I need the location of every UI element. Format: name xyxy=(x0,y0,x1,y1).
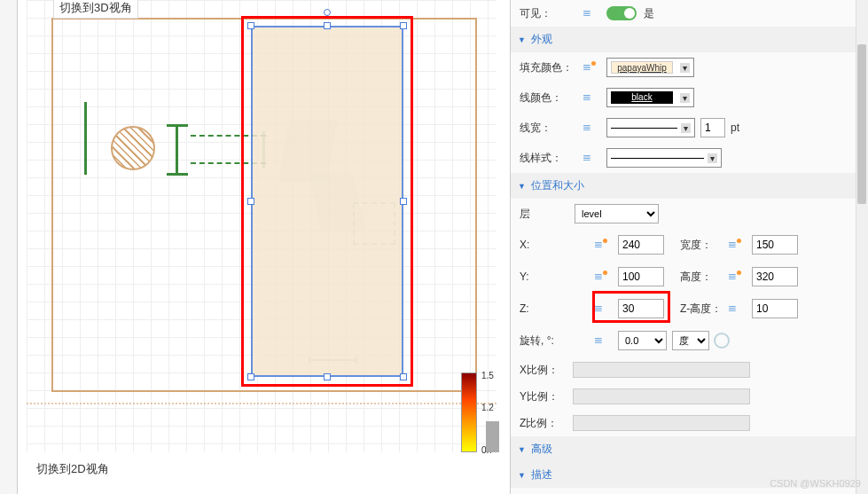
rotate-handle[interactable] xyxy=(324,9,331,16)
line-style-dropdown[interactable] xyxy=(606,148,722,168)
visible-value: 是 xyxy=(644,6,654,21)
canvas-area: 切换到3D视角 切换到2D视角 1.5 1.2 0.7 xyxy=(0,0,505,494)
section-appearance[interactable]: 外观 xyxy=(511,27,868,52)
line-width-style-dropdown[interactable] xyxy=(606,118,695,137)
z-row: Z: Z-高度： xyxy=(511,293,868,325)
x-row: X: 宽度： xyxy=(511,229,868,261)
visible-label: 可见： xyxy=(520,6,583,21)
resize-handle-s[interactable] xyxy=(324,373,331,380)
rotate-icon[interactable] xyxy=(714,333,730,349)
resize-handle-n[interactable] xyxy=(324,22,331,29)
ibeam-shape[interactable] xyxy=(167,124,188,176)
bind-icon[interactable] xyxy=(583,61,599,74)
unit-label: pt xyxy=(731,122,739,134)
switch-2d-button[interactable]: 切换到2D视角 xyxy=(31,459,114,479)
panel-scrollbar[interactable] xyxy=(856,0,868,494)
bind-icon[interactable] xyxy=(595,239,611,251)
scale-z-label: Z比例： xyxy=(520,416,573,431)
bind-icon[interactable] xyxy=(583,152,599,164)
line-color-label: 线颜色： xyxy=(520,90,583,106)
fill-color-row: 填充颜色： papayaWhip xyxy=(511,52,868,82)
z-height-label: Z-高度： xyxy=(680,302,729,317)
circle-shape[interactable] xyxy=(111,126,155,170)
section-advanced[interactable]: 高级 xyxy=(511,436,868,462)
x-input[interactable] xyxy=(618,235,664,255)
left-toolbar xyxy=(0,0,18,494)
line-width-label: 线宽： xyxy=(520,121,583,136)
scale-x-slider[interactable] xyxy=(573,362,750,378)
properties-panel: 可见： 是 外观 填充颜色： papayaWhip 线颜色： black 线宽：… xyxy=(510,0,868,494)
line-color-row: 线颜色： black xyxy=(511,82,868,113)
rotate-label: 旋转, °: xyxy=(520,333,595,349)
visibility-row: 可见： 是 xyxy=(511,0,868,27)
y-label: Y: xyxy=(520,271,595,283)
legend-tick: 1.2 xyxy=(481,403,494,412)
resize-handle-sw[interactable] xyxy=(247,373,254,380)
switch-3d-button[interactable]: 切换到3D视角 xyxy=(53,0,138,19)
scale-z-slider[interactable] xyxy=(573,415,750,431)
bind-icon[interactable] xyxy=(583,7,599,20)
guide-line xyxy=(27,403,497,404)
color-swatch-icon: papayaWhip xyxy=(611,61,673,74)
width-input[interactable] xyxy=(752,235,798,255)
bind-icon[interactable] xyxy=(595,334,611,347)
rotate-unit-select[interactable]: 度 xyxy=(672,331,709,350)
resize-handle-ne[interactable] xyxy=(400,22,407,29)
rotate-row: 旋转, °: 0.0 度 xyxy=(511,325,868,357)
fill-color-dropdown[interactable]: papayaWhip xyxy=(606,58,694,77)
fill-label: 填充颜色： xyxy=(520,60,583,75)
legend-tick: 1.5 xyxy=(481,371,494,380)
layer-row: 层 level xyxy=(511,199,868,229)
gray-indicator xyxy=(486,421,499,452)
bind-icon[interactable] xyxy=(595,271,611,283)
scale-y-slider[interactable] xyxy=(573,388,750,404)
resize-handle-nw[interactable] xyxy=(247,22,254,29)
scale-x-row: X比例： xyxy=(511,357,868,383)
line-style-label: 线样式： xyxy=(520,151,583,166)
bind-icon[interactable] xyxy=(729,271,745,283)
selected-rectangle[interactable] xyxy=(251,26,403,377)
x-label: X: xyxy=(520,239,595,251)
bind-icon[interactable] xyxy=(583,91,599,104)
y-row: Y: 高度： xyxy=(511,261,868,293)
visible-toggle[interactable] xyxy=(606,6,637,20)
scale-y-row: Y比例： xyxy=(511,383,868,410)
green-bar-shape[interactable] xyxy=(84,102,87,175)
scale-x-label: X比例： xyxy=(520,363,573,378)
height-label: 高度： xyxy=(680,270,729,285)
z-height-input[interactable] xyxy=(752,299,798,318)
resize-handle-e[interactable] xyxy=(400,198,407,205)
z-label: Z: xyxy=(520,302,595,315)
width-label: 宽度： xyxy=(680,238,729,253)
bind-icon[interactable] xyxy=(595,302,611,315)
bind-icon[interactable] xyxy=(729,239,745,251)
line-width-row: 线宽： pt xyxy=(511,113,868,143)
section-position[interactable]: 位置和大小 xyxy=(511,173,868,199)
bind-icon[interactable] xyxy=(729,302,745,315)
z-input[interactable] xyxy=(618,299,664,318)
watermark: CSDN @WSKH0929 xyxy=(770,478,861,489)
line-color-dropdown[interactable]: black xyxy=(606,88,694,107)
line-style-row: 线样式： xyxy=(511,143,868,173)
layer-select[interactable]: level xyxy=(575,204,659,223)
y-input[interactable] xyxy=(618,267,664,286)
resize-handle-w[interactable] xyxy=(247,198,254,205)
rotate-value-select[interactable]: 0.0 xyxy=(618,331,667,350)
scale-z-row: Z比例： xyxy=(511,410,868,436)
resize-handle-se[interactable] xyxy=(400,373,407,380)
bind-icon[interactable] xyxy=(583,122,599,134)
layer-label: 层 xyxy=(520,207,575,222)
height-input[interactable] xyxy=(752,267,798,286)
color-swatch-icon: black xyxy=(611,91,673,104)
scroll-thumb[interactable] xyxy=(857,44,866,204)
line-width-input[interactable] xyxy=(700,118,725,137)
color-legend xyxy=(461,372,477,452)
scale-y-label: Y比例： xyxy=(520,389,573,404)
